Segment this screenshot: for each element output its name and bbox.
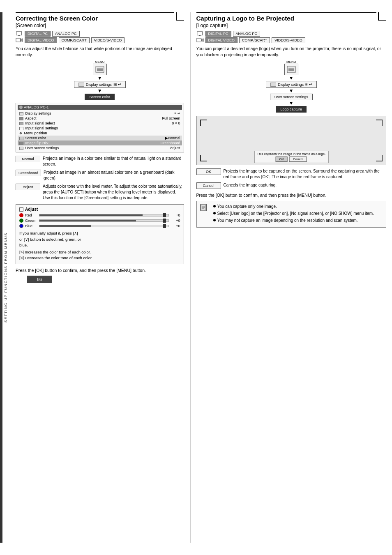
sidebar-strip: SETTING UP FUNCTIONS FROM MENUS [0,12,12,543]
left-body-text: You can adjust the while balance so that… [16,46,184,58]
menu-item-display-settings: Display settings ≡ ↵ [18,111,182,116]
arrow-2-left: ▼ [97,88,102,93]
menu-title-dot [19,106,23,109]
menu-position-wrap: ⊕ Menu position [19,131,47,135]
note-icon-box [200,204,207,211]
flow-icons-right: ⊞ ↵ [113,82,121,87]
corner-br [376,155,383,161]
main-content: SETTING UP FUNCTIONS FROM MENUS Correcti… [0,8,392,547]
right-monitor-svg [197,31,203,36]
note-icon-svg [201,204,206,211]
left-column: Correcting the Screen Color [Screen colo… [12,12,190,543]
right-menu-flow: MENU ▼ Display settings ≡ ↵ ▼ [266,60,317,113]
bullet-text-1: You can capture only one image. [217,204,277,210]
right-monitor-icon [196,31,204,37]
bullet-dot-3 [213,219,216,221]
display-settings-icons: ≡ ↵ [175,112,180,115]
left-menu-screenshot: ANALOG PC-1 Display settings ≡ ↵ [16,103,184,152]
page-container: SETTING UP FUNCTIONS FROM MENUS Correcti… [0,0,392,555]
menu-item-icon-display: Display settings [19,111,51,115]
comp-scart-btn-left[interactable]: COMP./SCART [59,37,90,43]
adjust-note3: blue. [19,242,180,248]
menu-item-aspect: Aspect Full screen [18,116,182,121]
note-content: You can capture only one image. Select [… [200,204,383,225]
aspect-icon [19,117,23,120]
left-menu-flow: MENU ▼ Display settings ⊞ ↵ [74,60,126,100]
right-input-row-2: DIGITAL VIDEO COMP./SCART VIDEO/S-VIDEO [196,37,387,43]
arrow-1-left: ▼ [97,76,102,81]
right-section-subtitle: [Logo capture] [196,23,377,28]
svg-marker-4 [21,39,23,41]
bullet-3: You may not capture an image depending o… [213,218,374,223]
red-indicator [163,213,166,217]
corner-bl [200,155,207,161]
left-input-icons: DIGITAL PC ANALOG PC DIGITAL VIDEO COMP [16,31,184,43]
sidebar-label: SETTING UP FUNCTIONS FROM MENUS [4,233,8,322]
option-cancel-desc: Cancels the image capturing. [224,182,387,188]
right-arrow-3: ▼ [289,101,294,106]
right-section-header: Capturing a Logo to Be Projected [Logo c… [196,12,387,28]
left-section-header: Correcting the Screen Color [Screen colo… [16,12,184,28]
right-corner-decoration [378,12,386,21]
blue-label: Blue [25,224,37,228]
color-row-green: Green +0 [19,219,180,223]
adjust-checkbox [19,207,23,212]
video-icon [16,37,23,43]
adjust-title-text: Adjust [25,207,38,212]
left-input-row-1: DIGITAL PC ANALOG PC [16,31,184,37]
right-video-icon [196,37,204,43]
menu-item-input-signal: Input signal select 0 × 0 [18,121,182,126]
analog-pc-btn-left[interactable]: ANALOG PC [52,31,80,37]
option-greenboard-desc: Projects an image in an almost natural c… [44,170,184,181]
note-box: You can capture only one image. Select [… [196,201,387,228]
right-menu-label: MENU [286,60,296,64]
blue-indicator [163,224,166,228]
digital-video-btn-left[interactable]: DIGITAL VIDEO [25,37,57,43]
adjust-note4: [>] Increases the color tone of each col… [19,249,180,255]
video-svg [16,37,23,43]
video-s-video-btn-left[interactable]: VIDEO/S-VIDEO [91,37,125,43]
right-video-svg [196,37,204,43]
bullet-2: Select [User logo] on the [Projector on]… [213,211,374,216]
right-input-icons: DIGITAL PC ANALOG PC DIGITAL VIDEO COMP.… [196,31,387,43]
user-screen-wrap: User screen settings [19,146,59,150]
right-press-instructions: Press the [OK] button to confirm, and th… [196,192,387,198]
option-cancel: Cancel Cancels the image capturing. [196,182,387,189]
capture-ok-btn[interactable]: OK [276,157,288,162]
right-digital-pc-btn[interactable]: DIGITAL PC [205,31,231,37]
adjust-note5: [<] Decreases the color tone of each col… [19,255,180,261]
bullet-text-3: You may not capture an image depending o… [217,218,358,223]
svg-rect-9 [197,32,202,35]
option-adjust-label: Adjust [16,184,40,190]
capture-cancel-btn[interactable]: Cancel [289,157,307,162]
input-signal-icon [19,122,23,125]
flow-box-1-left: Display settings ⊞ ↵ [74,81,126,88]
right-analog-pc-btn[interactable]: ANALOG PC [233,31,261,37]
flow-box-2-left: Screen color [85,94,115,100]
right-flow-text-2: User screen settings [274,95,308,99]
red-label: Red [25,213,37,217]
menu-item-user-screen: User screen settings Adjust [18,145,182,150]
right-input-row-1: DIGITAL PC ANALOG PC [196,31,387,37]
menu-title-bar-left: ANALOG PC-1 [18,105,182,110]
red-value: +0 [171,213,180,217]
right-flow-icon-1 [270,83,276,87]
right-digital-video-btn[interactable]: DIGITAL VIDEO [205,37,238,43]
digital-pc-btn-left[interactable]: DIGITAL PC [25,31,51,37]
bullet-1: You can capture only one image. [213,204,374,210]
right-flow-icons: ≡ ↵ [305,82,312,87]
svg-marker-13 [201,39,203,41]
right-comp-scart-btn[interactable]: COMP./SCART [239,37,270,43]
blue-value: +0 [171,224,180,228]
bullet-dot-2 [213,212,216,214]
user-screen-value: Adjust [170,146,180,150]
left-section-subtitle: [Screen color] [16,23,174,28]
svg-rect-0 [16,32,22,35]
monitor-icon [16,31,23,37]
right-video-s-video-btn[interactable]: VIDEO/S-VIDEO [272,37,305,43]
right-body-text: You can project a desired image (logo) w… [196,46,387,58]
menu-item-screen-color: Screen color ▶Normal [18,136,182,140]
right-section-title: Capturing a Logo to Be Projected [196,15,377,22]
right-flow-box-2: User screen settings [270,94,313,100]
left-section-title: Correcting the Screen Color [16,15,174,22]
